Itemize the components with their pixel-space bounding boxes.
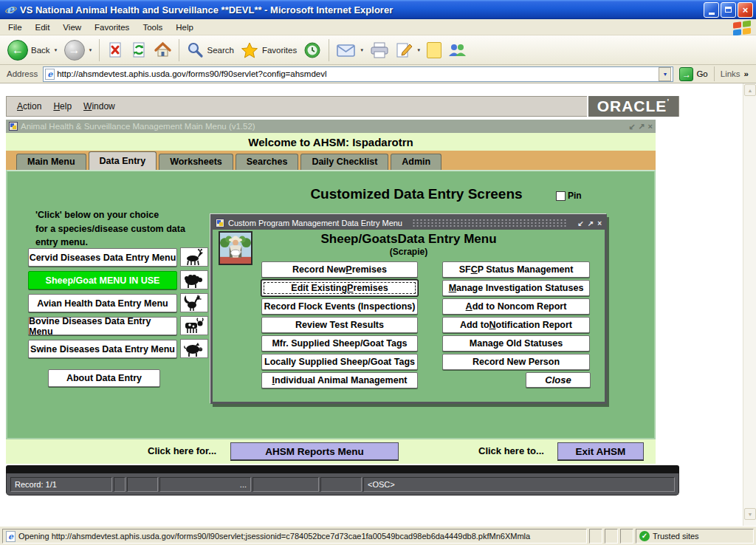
mfr-supplied-sheep-goat-tags-button[interactable]: Mfr. Supplied Sheep/Goat Tags (261, 335, 418, 352)
manage-old-statuses-button[interactable]: Manage Old Statuses (442, 335, 590, 352)
dialog-minimize-icon[interactable]: ↙ (577, 219, 583, 227)
reports-caption: Click here for... (148, 445, 216, 456)
tab-admin[interactable]: Admin (391, 154, 441, 170)
mdi-minimize-icon[interactable]: ↙ (628, 122, 635, 131)
back-dropdown-icon[interactable]: ▼ (54, 48, 58, 52)
menu-help[interactable]: Help (169, 21, 200, 34)
forward-button[interactable]: → ▼ (61, 38, 96, 62)
menu-tools[interactable]: Tools (136, 21, 169, 34)
mail-button[interactable]: ▼ (333, 41, 367, 60)
notes-button[interactable] (424, 41, 444, 60)
scroll-down-icon[interactable]: ▼ (744, 508, 756, 520)
stop-button[interactable] (103, 40, 127, 61)
cervid-diseases-data-entry-menu-button[interactable]: Cervid Diseases Data Entry Menu (28, 248, 177, 267)
applet-menu-action[interactable]: Action (11, 100, 47, 113)
dialog-subheading: (Scrapie) (213, 247, 605, 257)
menu-favorites[interactable]: Favorites (88, 21, 136, 34)
sheep-icon (182, 271, 207, 289)
address-dropdown-icon[interactable]: ▼ (659, 67, 671, 81)
forward-icon: → (64, 40, 85, 61)
tab-worksheets[interactable]: Worksheets (159, 154, 233, 170)
page-icon: e (45, 69, 55, 80)
applet-menubar: ActionHelpWindow ORACLE (6, 96, 679, 117)
data-entry-panel: Customized Data Entry Screens Pin 'Click… (6, 170, 656, 439)
dialog-close-button[interactable]: Close (526, 372, 591, 388)
back-button[interactable]: ← Back ▼ (4, 38, 61, 62)
menu-file[interactable]: File (1, 21, 29, 34)
favorites-button[interactable]: Favorites (237, 40, 300, 61)
address-input[interactable] (55, 69, 659, 78)
forward-dropdown-icon[interactable]: ▼ (89, 48, 93, 52)
pin-control: Pin (556, 191, 582, 201)
page-scrollbar[interactable]: ▲ ▼ (743, 83, 756, 526)
dialog-left-buttons: Record New PremisesEdit Existing Premise… (261, 261, 418, 391)
favorites-star-icon (240, 41, 259, 59)
avian-health-data-entry-menu-button[interactable]: Avian Health Data Entry Menu (28, 294, 177, 312)
individual-animal-management-button[interactable]: Individual Animal Management (261, 372, 418, 388)
record-new-premises-button[interactable]: Record New Premises (261, 261, 418, 278)
tab-data-entry[interactable]: Data Entry (89, 151, 157, 170)
review-test-results-button[interactable]: Review Test Results (261, 317, 418, 333)
tab-main-menu[interactable]: Main Menu (16, 154, 86, 170)
add-to-notification-report-button[interactable]: Add to Notification Report (442, 317, 590, 333)
windows-logo-icon (733, 18, 752, 36)
sfcp-status-management-button[interactable]: SFCP Status Management (442, 261, 590, 278)
menu-edit[interactable]: Edit (29, 21, 57, 34)
home-icon (154, 41, 172, 59)
species-menu-list: Cervid Diseases Data Entry MenuSheep/Goa… (28, 248, 177, 363)
status-dots: ... (159, 477, 251, 492)
restore-button[interactable] (721, 2, 736, 18)
form-window-icon (9, 122, 18, 131)
history-button[interactable] (300, 39, 325, 61)
edit-button[interactable]: ▼ (392, 40, 424, 61)
sheep-goat-menu-in-use-button[interactable]: Sheep/Goat MENU IN USE (28, 271, 177, 289)
minimize-button[interactable] (704, 2, 719, 18)
dialog-titlebar[interactable]: Custom Program Management Data Entry Men… (213, 216, 605, 230)
ie-menubar: FileEditViewFavoritesToolsHelp (0, 19, 756, 35)
manage-investigation-statuses-button[interactable]: Manage Investigation Statuses (442, 280, 590, 296)
edit-existing-premises-button[interactable]: Edit Existing Premises (261, 280, 418, 296)
dialog-close-icon[interactable]: × (597, 219, 602, 227)
applet-menu-window[interactable]: Window (78, 100, 121, 113)
home-button[interactable] (151, 40, 175, 61)
links-button[interactable]: Links » (714, 66, 755, 81)
mdi-close-icon[interactable]: × (648, 122, 653, 131)
toolbar-separator (99, 39, 100, 61)
tab-daily-checklist[interactable]: Daily Checklist (300, 154, 388, 170)
dialog-maximize-icon[interactable]: ↗ (588, 219, 594, 227)
messenger-button[interactable] (444, 40, 470, 61)
edit-dropdown-icon[interactable]: ▼ (416, 48, 421, 52)
go-button[interactable]: → Go (673, 67, 713, 81)
search-button[interactable]: Search (183, 40, 236, 61)
close-button[interactable]: × (738, 2, 753, 18)
ahsm-reports-menu-button[interactable]: AHSM Reports Menu (230, 442, 399, 460)
print-button[interactable] (367, 40, 392, 61)
exit-ahsm-button[interactable]: Exit AHSM (557, 442, 644, 460)
scroll-up-icon[interactable]: ▲ (744, 84, 756, 96)
refresh-icon (130, 41, 148, 59)
tab-searches[interactable]: Searches (236, 154, 299, 170)
minimize-icon (709, 13, 715, 15)
about-data-entry-button[interactable]: About Data Entry (48, 369, 160, 387)
security-zone: ✓ Trusted sites (636, 529, 754, 544)
mdi-window-titlebar[interactable]: Animal Health & Surveillance Management … (6, 120, 656, 133)
search-icon (186, 41, 204, 59)
oracle-logo: ORACLE (587, 96, 678, 117)
applet-menu-help[interactable]: Help (47, 100, 78, 113)
record-flock-events-inspections-button[interactable]: Record Flock Events (Inspections) (261, 298, 418, 315)
exit-caption: Click here to... (478, 445, 544, 456)
pin-checkbox[interactable] (556, 191, 566, 201)
pin-label: Pin (568, 191, 582, 201)
mail-dropdown-icon[interactable]: ▼ (360, 48, 364, 52)
record-new-person-button[interactable]: Record New Person (442, 354, 590, 370)
toolbar-separator (329, 39, 329, 61)
add-to-noncom-report-button[interactable]: Add to Noncom Report (442, 298, 590, 315)
mdi-maximize-icon[interactable]: ↗ (638, 122, 645, 131)
swine-diseases-data-entry-menu-button[interactable]: Swine Diseases Data Entry Menu (28, 340, 177, 358)
refresh-button[interactable] (127, 40, 151, 61)
bovine-diseases-data-entry-menu-button[interactable]: Bovine Diseases Data Entry Menu (28, 317, 177, 335)
menu-view[interactable]: View (56, 21, 88, 34)
custom-program-dialog: Custom Program Management Data Entry Men… (210, 214, 607, 404)
messenger-icon (447, 41, 467, 59)
locally-supplied-sheep-goat-tags-button[interactable]: Locally Supplied Sheep/Goat Tags (261, 354, 418, 370)
